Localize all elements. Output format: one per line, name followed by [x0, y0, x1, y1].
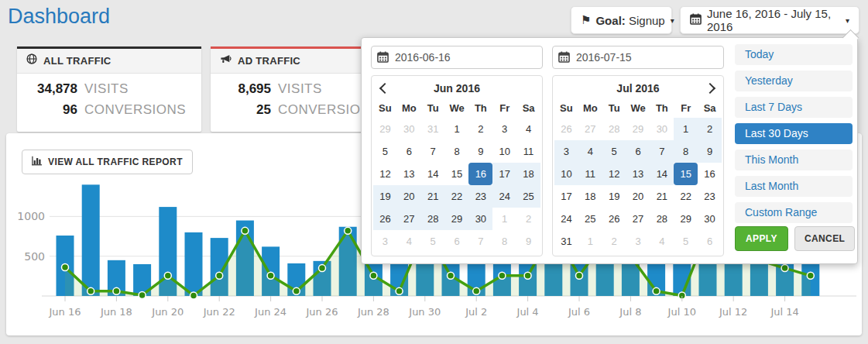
date-cell[interactable]: 24	[492, 185, 516, 208]
date-cell[interactable]: 7	[468, 230, 492, 253]
date-cell[interactable]: 21	[421, 185, 445, 208]
all-traffic-card[interactable]: ALL TRAFFIC 34,878VISITS 96CONVERSIONS	[17, 46, 201, 132]
date-cell[interactable]: 18	[578, 185, 602, 208]
date-cell[interactable]: 15	[445, 163, 469, 185]
date-cell[interactable]: 2	[468, 118, 492, 140]
date-cell[interactable]: 22	[445, 185, 469, 208]
date-cell[interactable]: 11	[578, 163, 602, 185]
goal-dropdown-button[interactable]: ⚑ Goal: Signup ▾	[571, 6, 672, 34]
chevron-right-icon[interactable]	[705, 83, 715, 94]
date-cell[interactable]: 3	[492, 118, 516, 140]
date-cell[interactable]: 4	[650, 230, 674, 253]
range-item-today[interactable]: Today	[735, 44, 853, 65]
date-cell[interactable]: 4	[397, 230, 421, 253]
date-cell[interactable]: 27	[397, 208, 421, 230]
date-cell[interactable]: 7	[421, 140, 445, 163]
date-cell[interactable]: 1	[445, 118, 469, 140]
date-cell[interactable]: 8	[674, 140, 698, 163]
apply-button[interactable]: APPLY	[735, 226, 788, 251]
date-cell[interactable]: 24	[554, 208, 578, 230]
date-cell[interactable]: 11	[516, 140, 540, 163]
date-cell[interactable]: 9	[516, 230, 540, 253]
date-cell[interactable]: 13	[397, 163, 421, 185]
date-cell[interactable]: 29	[445, 208, 469, 230]
date-cell[interactable]: 29	[626, 118, 650, 140]
start-date-input[interactable]	[371, 46, 543, 69]
date-cell[interactable]: 6	[445, 230, 469, 253]
date-cell[interactable]: 17	[554, 185, 578, 208]
date-cell[interactable]: 30	[397, 118, 421, 140]
date-cell[interactable]: 30	[468, 208, 492, 230]
date-cell[interactable]: 12	[373, 163, 397, 185]
range-item-custom-range[interactable]: Custom Range	[735, 202, 853, 223]
date-cell[interactable]: 14	[421, 163, 445, 185]
date-cell[interactable]: 3	[373, 230, 397, 253]
date-cell[interactable]: 1	[674, 118, 698, 140]
view-all-traffic-report-button[interactable]: VIEW ALL TRAFFIC REPORT	[22, 150, 193, 174]
date-cell[interactable]: 16	[698, 163, 722, 185]
date-cell[interactable]: 3	[626, 230, 650, 253]
range-item-yesterday[interactable]: Yesterday	[735, 71, 853, 91]
range-item-last-month[interactable]: Last Month	[735, 176, 853, 197]
date-cell[interactable]: 16	[468, 163, 492, 185]
date-cell[interactable]: 28	[421, 208, 445, 230]
date-cell[interactable]: 8	[492, 230, 516, 253]
date-cell[interactable]: 31	[554, 230, 578, 253]
date-cell[interactable]: 29	[373, 118, 397, 140]
date-cell[interactable]: 20	[397, 185, 421, 208]
range-item-last-30-days[interactable]: Last 30 Days	[735, 123, 853, 144]
date-cell[interactable]: 5	[674, 230, 698, 253]
date-cell[interactable]: 9	[468, 140, 492, 163]
date-cell[interactable]: 26	[373, 208, 397, 230]
date-cell[interactable]: 5	[602, 140, 626, 163]
date-cell[interactable]: 2	[602, 230, 626, 253]
date-cell[interactable]: 27	[626, 208, 650, 230]
date-cell[interactable]: 25	[578, 208, 602, 230]
date-cell[interactable]: 20	[626, 185, 650, 208]
date-cell[interactable]: 4	[578, 140, 602, 163]
end-date-input[interactable]	[552, 46, 724, 69]
date-cell[interactable]: 12	[602, 163, 626, 185]
date-cell[interactable]: 17	[492, 163, 516, 185]
date-cell[interactable]: 1	[492, 208, 516, 230]
date-cell[interactable]: 10	[492, 140, 516, 163]
date-cell[interactable]: 18	[516, 163, 540, 185]
date-cell[interactable]: 21	[650, 185, 674, 208]
date-cell[interactable]: 28	[650, 208, 674, 230]
date-cell[interactable]: 31	[421, 118, 445, 140]
date-cell[interactable]: 9	[698, 140, 722, 163]
date-cell[interactable]: 22	[674, 185, 698, 208]
date-cell[interactable]: 26	[554, 118, 578, 140]
date-cell[interactable]: 6	[698, 230, 722, 253]
date-cell[interactable]: 30	[698, 208, 722, 230]
date-cell[interactable]: 23	[468, 185, 492, 208]
date-cell[interactable]: 25	[516, 185, 540, 208]
date-cell[interactable]: 2	[698, 118, 722, 140]
date-range-dropdown-button[interactable]: June 16, 2016 - July 15, 2016 ▾	[680, 6, 859, 34]
date-cell[interactable]: 14	[650, 163, 674, 185]
date-cell[interactable]: 4	[516, 118, 540, 140]
date-cell[interactable]: 23	[698, 185, 722, 208]
date-cell[interactable]: 19	[373, 185, 397, 208]
date-cell[interactable]: 5	[421, 230, 445, 253]
date-cell[interactable]: 27	[578, 118, 602, 140]
range-item-this-month[interactable]: This Month	[735, 150, 853, 170]
date-cell[interactable]: 19	[602, 185, 626, 208]
date-cell[interactable]: 10	[554, 163, 578, 185]
date-cell[interactable]: 29	[674, 208, 698, 230]
chevron-left-icon[interactable]	[379, 83, 390, 94]
date-cell[interactable]: 13	[626, 163, 650, 185]
date-cell[interactable]: 26	[602, 208, 626, 230]
date-cell[interactable]: 5	[373, 140, 397, 163]
date-cell[interactable]: 7	[650, 140, 674, 163]
date-cell[interactable]: 2	[516, 208, 540, 230]
cancel-button[interactable]: CANCEL	[794, 226, 855, 251]
date-cell[interactable]: 28	[602, 118, 626, 140]
date-cell[interactable]: 6	[397, 140, 421, 163]
date-cell[interactable]: 8	[445, 140, 469, 163]
date-cell[interactable]: 30	[650, 118, 674, 140]
date-cell[interactable]: 3	[554, 140, 578, 163]
date-cell[interactable]: 6	[626, 140, 650, 163]
range-item-last-7-days[interactable]: Last 7 Days	[735, 97, 853, 118]
date-cell[interactable]: 15	[674, 163, 698, 185]
